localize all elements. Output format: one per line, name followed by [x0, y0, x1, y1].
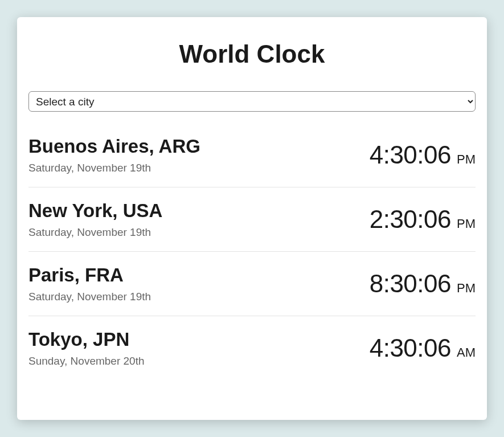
world-clock-card: World Clock Select a city Buenos Aires, …: [17, 17, 487, 420]
city-date: Sunday, November 20th: [28, 355, 145, 367]
time-block: 4:30:06 AM: [370, 334, 476, 362]
clock-row: Buenos Aires, ARG Saturday, November 19t…: [28, 123, 476, 187]
city-date: Saturday, November 19th: [28, 226, 162, 239]
time-block: 2:30:06 PM: [370, 205, 476, 234]
city-select[interactable]: Select a city: [28, 91, 476, 112]
clock-row: Tokyo, JPN Sunday, November 20th 4:30:06…: [28, 316, 476, 380]
time-ampm: AM: [457, 345, 476, 360]
time-value: 4:30:06: [370, 334, 451, 362]
clock-list: Buenos Aires, ARG Saturday, November 19t…: [17, 123, 487, 380]
city-date: Saturday, November 19th: [28, 162, 200, 174]
clock-row: New York, USA Saturday, November 19th 2:…: [28, 187, 476, 252]
time-value: 4:30:06: [370, 141, 451, 169]
time-value: 2:30:06: [370, 205, 451, 234]
city-block: New York, USA Saturday, November 19th: [28, 200, 162, 239]
city-block: Paris, FRA Saturday, November 19th: [28, 264, 151, 303]
city-select-wrap: Select a city: [17, 91, 487, 112]
city-block: Buenos Aires, ARG Saturday, November 19t…: [28, 136, 200, 174]
city-name: New York, USA: [28, 200, 162, 222]
time-ampm: PM: [457, 217, 476, 231]
city-name: Paris, FRA: [28, 264, 151, 286]
city-name: Tokyo, JPN: [28, 329, 145, 350]
time-block: 8:30:06 PM: [370, 269, 476, 298]
city-date: Saturday, November 19th: [28, 291, 151, 303]
city-name: Buenos Aires, ARG: [28, 136, 200, 157]
page-title: World Clock: [17, 40, 487, 68]
clock-row: Paris, FRA Saturday, November 19th 8:30:…: [28, 252, 476, 316]
city-block: Tokyo, JPN Sunday, November 20th: [28, 329, 145, 367]
time-block: 4:30:06 PM: [370, 141, 476, 169]
time-ampm: PM: [457, 152, 476, 167]
time-ampm: PM: [457, 281, 476, 296]
time-value: 8:30:06: [370, 269, 451, 298]
